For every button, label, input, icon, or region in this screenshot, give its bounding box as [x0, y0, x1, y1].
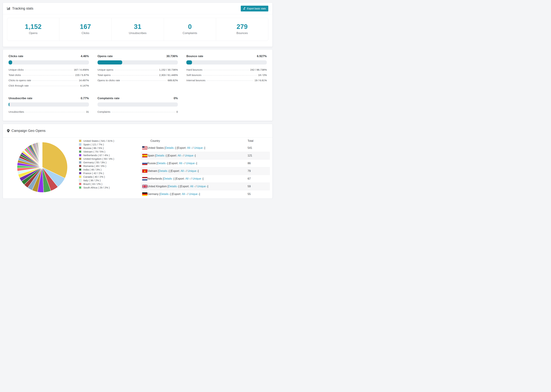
tracking-stats-header: Tracking stats Export basic stats — [3, 3, 272, 14]
complaints-rate-section: Complaints rate0% Complaints0 — [98, 97, 178, 116]
country-name: Spain — [147, 154, 154, 157]
bounce-rate-progress-bar — [186, 60, 267, 64]
export-all-link[interactable]: All › — [187, 147, 192, 149]
rates-card: Clicks rate4.46% Unique clicks167 / 4.45… — [3, 49, 273, 121]
export-unique-link[interactable]: Unique › — [192, 177, 203, 180]
details-link[interactable]: Details › — [157, 162, 167, 165]
legend-item[interactable]: Vietnam ( 79 / 5% ) — [79, 150, 121, 154]
legend-item[interactable]: Canada ( 40 / 2% ) — [79, 175, 121, 179]
export-unique-link[interactable]: Unique › — [197, 185, 207, 188]
total-cell: 121 — [247, 154, 270, 157]
rate-metric-row: Total opens2,303 / 61.446% — [98, 74, 178, 77]
legend-item[interactable]: Italy ( 36 / 2% ) — [79, 179, 121, 182]
bounce-rate-section: Bounce rate6.927% Hard bounces242 / 86.7… — [186, 55, 267, 90]
export-all-link[interactable]: All › — [190, 185, 195, 188]
flag-gb-icon — [142, 185, 147, 188]
rate-metric-label: Unique opens — [98, 68, 113, 71]
export-unique-link[interactable]: Unique › — [189, 193, 199, 196]
geo-table: Country Total United States [Details ›] … — [141, 138, 270, 196]
country-column-header: Country — [141, 139, 247, 142]
details-link[interactable]: Details › — [165, 147, 175, 149]
rate-metric-value: 31 — [86, 110, 89, 113]
total-cell: 59 — [247, 185, 270, 188]
legend-item[interactable]: United Kingdom ( 59 / 3% ) — [79, 157, 121, 161]
stat-card-opens: 1,152Opens — [7, 18, 59, 41]
export-all-link[interactable]: All › — [181, 169, 185, 173]
tracking-stats-card: Tracking stats Export basic stats 1,152O… — [3, 3, 273, 47]
legend-label: France ( 42 / 2% ) — [83, 172, 104, 175]
export-all-link[interactable]: All › — [182, 193, 187, 196]
flag-es-icon — [142, 154, 147, 157]
rate-metric-row: Opens to clicks rate689.82% — [98, 79, 178, 82]
rate-metric-label: Complaints — [98, 110, 110, 113]
opens-rate-section: Opens rate30.736% Unique opens1,152 / 30… — [98, 55, 178, 90]
export-unique-link[interactable]: Unique › — [188, 169, 198, 173]
legend-label: Germany ( 55 / 3% ) — [83, 161, 106, 164]
export-all-link[interactable]: All › — [178, 154, 182, 157]
rate-metric-label: Soft bounces — [186, 74, 201, 77]
legend-swatch — [79, 158, 81, 160]
legend-item[interactable]: United States ( 541 / 31% ) — [79, 139, 121, 143]
clicks-rate-title: Clicks rate — [8, 55, 23, 58]
bounce-rate-title: Bounce rate — [186, 55, 203, 58]
rate-metric-label: Hard bounces — [186, 68, 202, 71]
legend-label: United Kingdom ( 59 / 3% ) — [83, 157, 114, 160]
rate-metric-value: 2,303 / 61.446% — [159, 74, 178, 77]
flag-ru-icon — [142, 162, 147, 165]
details-link[interactable]: Details › — [168, 185, 178, 188]
stat-label: Unsubscribes — [112, 31, 164, 35]
export-basic-stats-button[interactable]: Export basic stats — [241, 6, 268, 11]
flag-vn-icon — [142, 169, 147, 173]
details-link[interactable]: Details › — [164, 177, 174, 180]
page-title: Tracking stats — [12, 7, 33, 10]
stat-card-clicks: 167Clicks — [59, 18, 111, 41]
legend-label: India ( 46 / 3% ) — [83, 168, 101, 171]
details-link[interactable]: Details › — [159, 169, 169, 173]
legend-item[interactable]: Spain ( 121 / 7% ) — [79, 143, 121, 146]
country-cell: United Kingdom [Details ›] [Export: All … — [141, 185, 247, 188]
legend-item[interactable]: Netherlands ( 67 / 4% ) — [79, 154, 121, 157]
export-all-link[interactable]: All › — [179, 162, 184, 165]
total-column-header: Total — [247, 139, 270, 142]
total-cell: 67 — [247, 177, 270, 180]
details-link[interactable]: Details › — [160, 193, 170, 196]
opens-rate-value: 30.736% — [166, 55, 178, 58]
bounce-rate-value: 6.927% — [257, 55, 267, 58]
legend-swatch — [79, 161, 81, 164]
export-unique-link[interactable]: Unique › — [194, 147, 204, 149]
total-cell: 55 — [247, 193, 270, 196]
legend-swatch — [79, 154, 81, 156]
table-row-ru: Russia [Details ›] [Export: All › / Uniq… — [141, 160, 270, 167]
legend-item[interactable]: Russia ( 86 / 5% ) — [79, 146, 121, 150]
legend-item[interactable]: France ( 42 / 2% ) — [79, 171, 121, 175]
legend-item[interactable]: India ( 46 / 3% ) — [79, 168, 121, 171]
country-name: Germany — [147, 193, 159, 196]
legend-label: Brazil ( 33 / 2% ) — [83, 182, 102, 185]
rate-metric-label: Total opens — [98, 74, 111, 77]
details-link[interactable]: Details › — [156, 154, 166, 157]
legend-item[interactable]: Romania ( 49 / 3% ) — [79, 164, 121, 168]
legend-item[interactable]: South Africa ( 29 / 2% ) — [79, 186, 121, 189]
export-unique-link[interactable]: Unique › — [186, 162, 196, 165]
opens-rate-progress-bar — [98, 60, 178, 64]
clicks-rate-value: 4.46% — [81, 55, 89, 58]
export-unique-link[interactable]: Unique › — [185, 154, 195, 157]
total-cell: 79 — [247, 169, 270, 173]
legend-item[interactable]: Brazil ( 33 / 2% ) — [79, 182, 121, 186]
country-cell: Netherlands [Details ›] [Export: All › /… — [141, 177, 247, 181]
rate-metric-row: Click through rate4.147% — [8, 84, 89, 87]
legend-item[interactable]: Germany ( 55 / 3% ) — [79, 161, 121, 164]
legend-swatch — [79, 140, 81, 142]
rate-metric-row: Unique opens1,152 / 30.736% — [98, 68, 178, 71]
export-all-link[interactable]: All › — [185, 177, 190, 180]
clicks-rate-section: Clicks rate4.46% Unique clicks167 / 4.45… — [8, 55, 89, 90]
total-cell: 86 — [247, 162, 270, 165]
dotted-leader — [25, 112, 85, 112]
geo-pie-chart — [17, 142, 68, 193]
dotted-leader — [25, 70, 72, 70]
rate-metric-label: Total clicks — [8, 74, 21, 77]
flag-nl-icon — [142, 177, 147, 181]
rate-metric-row: Clicks to opens rate14.497% — [8, 79, 89, 82]
opens-rate-title: Opens rate — [98, 55, 113, 58]
stats-summary-row: 1,152Opens167Clicks31Unsubscribes0Compla… — [7, 18, 268, 41]
